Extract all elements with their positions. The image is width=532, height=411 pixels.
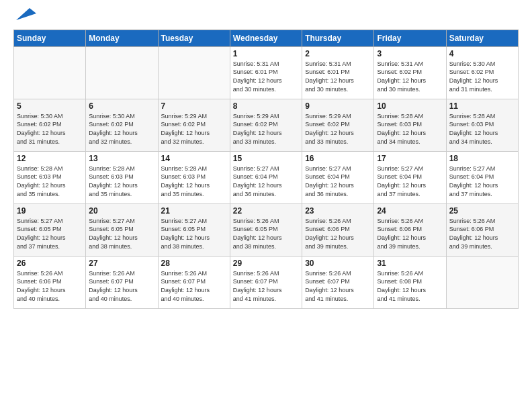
cell-line: Sunset: 6:07 PM <box>89 278 134 285</box>
day-number: 5 <box>17 101 83 111</box>
day-number: 2 <box>305 49 371 58</box>
col-header-thursday: Thursday <box>302 30 374 46</box>
day-number: 29 <box>233 259 299 268</box>
cell-content: Sunrise: 5:26 AMSunset: 6:07 PMDaylight:… <box>305 269 371 303</box>
cell-content: Sunrise: 5:26 AMSunset: 6:07 PMDaylight:… <box>233 269 299 303</box>
day-number: 8 <box>233 101 299 111</box>
cell-line: and 38 minutes. <box>161 243 204 250</box>
cell-line: Sunrise: 5:30 AM <box>17 113 63 120</box>
cell-line: and 37 minutes. <box>449 191 492 197</box>
cell-line: and 39 minutes. <box>305 243 348 250</box>
col-header-saturday: Saturday <box>446 30 518 46</box>
cell-content: Sunrise: 5:31 AMSunset: 6:01 PMDaylight:… <box>305 60 371 93</box>
calendar-cell: 6Sunrise: 5:30 AMSunset: 6:02 PMDaylight… <box>86 99 158 151</box>
cell-line: and 31 minutes. <box>449 86 492 93</box>
cell-line: Sunset: 6:01 PM <box>233 68 278 75</box>
cell-line: Daylight: 12 hours <box>233 182 282 189</box>
cell-content: Sunrise: 5:29 AMSunset: 6:02 PMDaylight:… <box>161 112 227 146</box>
cell-line: Sunset: 6:03 PM <box>161 173 206 180</box>
cell-line: and 30 minutes. <box>305 86 348 93</box>
day-number: 20 <box>89 206 154 216</box>
cell-line: Sunset: 6:07 PM <box>305 278 350 285</box>
cell-line: Sunrise: 5:28 AM <box>17 165 63 172</box>
cell-line: Sunrise: 5:26 AM <box>449 218 496 224</box>
week-row-4: 19Sunrise: 5:27 AMSunset: 6:05 PMDayligh… <box>14 203 519 256</box>
cell-line: Sunset: 6:03 PM <box>377 121 422 128</box>
calendar-cell: 11Sunrise: 5:28 AMSunset: 6:03 PMDayligh… <box>446 99 518 151</box>
cell-line: Sunrise: 5:26 AM <box>161 270 208 277</box>
cell-line: and 30 minutes. <box>377 86 420 93</box>
cell-line: Sunset: 6:03 PM <box>17 173 62 180</box>
day-number: 9 <box>305 101 371 111</box>
cell-content: Sunrise: 5:27 AMSunset: 6:04 PMDaylight:… <box>377 165 443 198</box>
cell-line: Sunset: 6:04 PM <box>449 173 494 180</box>
day-number: 12 <box>17 154 83 163</box>
cell-line: Daylight: 12 hours <box>305 287 354 293</box>
day-number: 18 <box>449 154 515 163</box>
calendar-cell: 15Sunrise: 5:27 AMSunset: 6:04 PMDayligh… <box>230 151 302 203</box>
cell-line: and 40 minutes. <box>161 295 204 302</box>
calendar-cell: 10Sunrise: 5:28 AMSunset: 6:03 PMDayligh… <box>374 99 446 151</box>
cell-line: Sunset: 6:06 PM <box>17 278 62 285</box>
day-number: 13 <box>89 154 154 163</box>
cell-content: Sunrise: 5:30 AMSunset: 6:02 PMDaylight:… <box>89 112 154 146</box>
cell-line: and 35 minutes. <box>17 191 60 197</box>
day-number: 7 <box>161 101 227 111</box>
day-number: 24 <box>377 206 443 216</box>
cell-line: and 32 minutes. <box>161 138 204 145</box>
cell-content: Sunrise: 5:26 AMSunset: 6:08 PMDaylight:… <box>377 269 443 303</box>
cell-content: Sunrise: 5:28 AMSunset: 6:03 PMDaylight:… <box>17 165 83 198</box>
calendar-cell: 2Sunrise: 5:31 AMSunset: 6:01 PMDaylight… <box>302 46 374 99</box>
day-number: 15 <box>233 154 299 163</box>
week-row-2: 5Sunrise: 5:30 AMSunset: 6:02 PMDaylight… <box>14 99 519 151</box>
cell-line: Sunset: 6:02 PM <box>377 68 422 75</box>
calendar-cell: 20Sunrise: 5:27 AMSunset: 6:05 PMDayligh… <box>86 203 158 256</box>
calendar-cell <box>158 46 230 99</box>
day-number: 17 <box>377 154 443 163</box>
cell-line: and 41 minutes. <box>233 295 276 302</box>
cell-line: Sunset: 6:02 PM <box>89 121 134 128</box>
cell-content: Sunrise: 5:26 AMSunset: 6:06 PMDaylight:… <box>17 269 83 303</box>
cell-line: Daylight: 12 hours <box>161 287 210 293</box>
cell-line: Daylight: 12 hours <box>161 182 210 189</box>
cell-line: Daylight: 12 hours <box>377 234 426 241</box>
cell-line: Sunset: 6:08 PM <box>377 278 422 285</box>
calendar-cell: 14Sunrise: 5:28 AMSunset: 6:03 PMDayligh… <box>158 151 230 203</box>
cell-line: and 33 minutes. <box>305 138 348 145</box>
cell-line: Sunrise: 5:26 AM <box>17 270 63 277</box>
cell-line: Sunrise: 5:27 AM <box>449 165 496 172</box>
day-number: 28 <box>161 259 227 268</box>
cell-line: Daylight: 12 hours <box>161 130 210 136</box>
week-row-5: 26Sunrise: 5:26 AMSunset: 6:06 PMDayligh… <box>14 256 519 308</box>
cell-line: Sunset: 6:02 PM <box>449 68 494 75</box>
calendar-cell: 21Sunrise: 5:27 AMSunset: 6:05 PMDayligh… <box>158 203 230 256</box>
cell-line: Daylight: 12 hours <box>449 130 498 136</box>
cell-line: and 35 minutes. <box>89 191 132 197</box>
cell-line: Daylight: 12 hours <box>89 234 138 241</box>
cell-line: Sunset: 6:01 PM <box>305 68 350 75</box>
cell-line: Daylight: 12 hours <box>305 130 354 136</box>
calendar-cell: 30Sunrise: 5:26 AMSunset: 6:07 PMDayligh… <box>302 256 374 308</box>
cell-line: Sunrise: 5:26 AM <box>233 270 279 277</box>
cell-line: Daylight: 12 hours <box>305 182 354 189</box>
day-number: 31 <box>377 259 443 268</box>
logo <box>13 11 36 24</box>
cell-line: Sunset: 6:02 PM <box>17 121 62 128</box>
cell-line: and 34 minutes. <box>377 138 420 145</box>
cell-line: Daylight: 12 hours <box>449 77 498 84</box>
cell-line: and 38 minutes. <box>89 243 132 250</box>
cell-line: and 41 minutes. <box>305 295 348 302</box>
calendar-cell: 1Sunrise: 5:31 AMSunset: 6:01 PMDaylight… <box>230 46 302 99</box>
cell-line: Daylight: 12 hours <box>305 234 354 241</box>
cell-line: Sunrise: 5:29 AM <box>161 113 208 120</box>
cell-content: Sunrise: 5:28 AMSunset: 6:03 PMDaylight:… <box>449 112 515 146</box>
cell-line: Daylight: 12 hours <box>89 182 138 189</box>
cell-line: Sunrise: 5:27 AM <box>233 165 279 172</box>
cell-content: Sunrise: 5:30 AMSunset: 6:02 PMDaylight:… <box>449 60 515 93</box>
cell-line: Daylight: 12 hours <box>377 130 426 136</box>
cell-line: and 41 minutes. <box>377 295 420 302</box>
cell-line: Daylight: 12 hours <box>233 130 282 136</box>
cell-line: and 38 minutes. <box>233 243 276 250</box>
cell-line: Daylight: 12 hours <box>233 77 282 84</box>
calendar-cell: 24Sunrise: 5:26 AMSunset: 6:06 PMDayligh… <box>374 203 446 256</box>
